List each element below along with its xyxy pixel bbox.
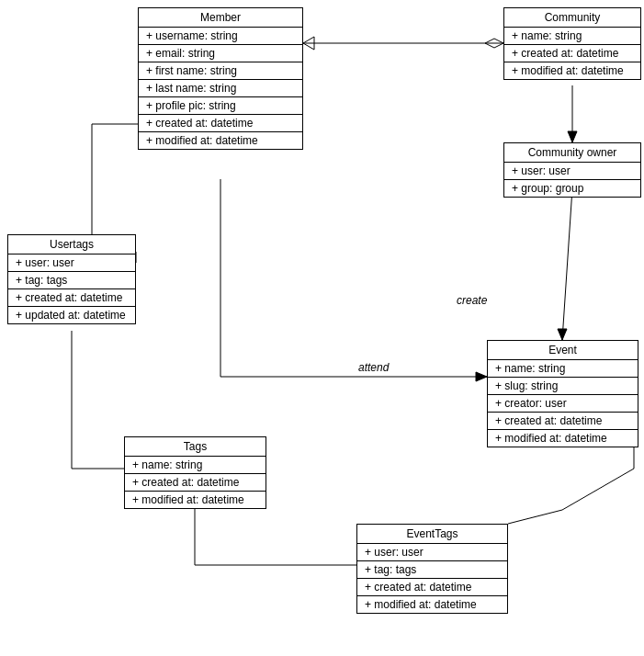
community-field-1: + created at: datetime: [504, 45, 640, 62]
event-field-2: + creator: user: [488, 395, 638, 413]
community-field-0: + name: string: [504, 28, 640, 45]
tags-title: Tags: [125, 437, 266, 457]
event-field-0: + name: string: [488, 360, 638, 378]
usertags-field-2: + created at: datetime: [8, 289, 135, 307]
create-label: create: [457, 294, 487, 307]
attend-label: attend: [358, 361, 389, 374]
svg-marker-14: [558, 329, 567, 340]
event-box: Event + name: string + slug: string + cr…: [487, 340, 638, 447]
svg-line-3: [303, 43, 314, 50]
member-field-1: + email: string: [139, 45, 302, 62]
eventtags-field-0: + user: user: [357, 544, 507, 561]
member-field-6: + modified at: datetime: [139, 132, 302, 149]
svg-line-2: [303, 37, 314, 43]
community-owner-field-1: + group: group: [504, 180, 640, 197]
eventtags-field-3: + modified at: datetime: [357, 596, 507, 613]
svg-marker-1: [485, 39, 503, 48]
community-box: Community + name: string + created at: d…: [503, 7, 641, 80]
member-field-3: + last name: string: [139, 80, 302, 97]
community-field-2: + modified at: datetime: [504, 62, 640, 79]
svg-line-13: [562, 188, 572, 340]
usertags-box: Usertags + user: user + tag: tags + crea…: [7, 234, 136, 324]
member-field-2: + first name: string: [139, 62, 302, 80]
event-field-4: + modified at: datetime: [488, 430, 638, 447]
diagram-container: Member + username: string + email: strin…: [0, 0, 644, 656]
eventtags-box: EventTags + user: user + tag: tags + cre…: [356, 524, 508, 614]
member-field-5: + created at: datetime: [139, 115, 302, 132]
member-box: Member + username: string + email: strin…: [138, 7, 303, 150]
tags-field-0: + name: string: [125, 457, 266, 474]
svg-marker-6: [568, 131, 577, 142]
tags-box: Tags + name: string + created at: dateti…: [124, 436, 266, 509]
community-owner-field-0: + user: user: [504, 163, 640, 180]
eventtags-title: EventTags: [357, 525, 507, 544]
svg-line-22: [508, 510, 562, 524]
connectors-svg: [0, 0, 644, 656]
tags-field-2: + modified at: datetime: [125, 492, 266, 508]
member-field-4: + profile pic: string: [139, 97, 302, 115]
svg-line-23: [562, 469, 634, 510]
eventtags-field-2: + created at: datetime: [357, 579, 507, 596]
svg-marker-17: [476, 372, 487, 381]
member-field-0: + username: string: [139, 28, 302, 45]
usertags-field-3: + updated at: datetime: [8, 307, 135, 323]
event-title: Event: [488, 341, 638, 360]
community-owner-box: Community owner + user: user + group: gr…: [503, 142, 641, 198]
eventtags-field-1: + tag: tags: [357, 561, 507, 579]
usertags-title: Usertags: [8, 235, 135, 254]
usertags-field-0: + user: user: [8, 254, 135, 272]
community-owner-title: Community owner: [504, 143, 640, 163]
member-title: Member: [139, 8, 302, 28]
tags-field-1: + created at: datetime: [125, 474, 266, 492]
usertags-field-1: + tag: tags: [8, 272, 135, 289]
community-title: Community: [504, 8, 640, 28]
event-field-3: + created at: datetime: [488, 413, 638, 430]
event-field-1: + slug: string: [488, 378, 638, 395]
